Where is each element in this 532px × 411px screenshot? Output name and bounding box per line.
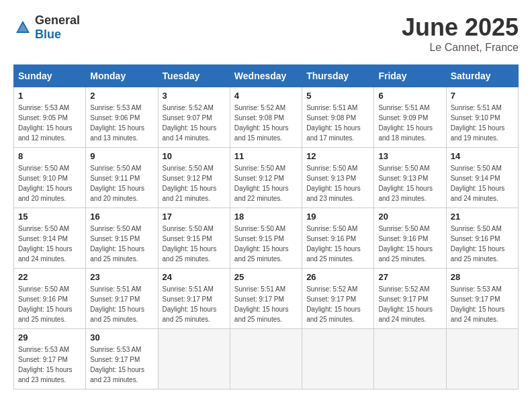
table-row: 26 Sunrise: 5:52 AM Sunset: 9:17 PM Dayl… <box>302 269 374 329</box>
table-row: 6 Sunrise: 5:51 AM Sunset: 9:09 PM Dayli… <box>374 87 446 148</box>
day-number: 16 <box>90 212 153 222</box>
day-info: Sunrise: 5:51 AM Sunset: 9:17 PM Dayligh… <box>234 284 298 324</box>
header-tuesday: Tuesday <box>158 65 230 87</box>
table-row: 11 Sunrise: 5:50 AM Sunset: 9:12 PM Dayl… <box>230 148 302 208</box>
table-row: 24 Sunrise: 5:51 AM Sunset: 9:17 PM Dayl… <box>158 269 230 329</box>
table-row: 7 Sunrise: 5:51 AM Sunset: 9:10 PM Dayli… <box>446 87 518 148</box>
day-info: Sunrise: 5:51 AM Sunset: 9:17 PM Dayligh… <box>90 284 153 324</box>
title-area: June 2025 Le Cannet, France <box>402 13 519 54</box>
table-row: 8 Sunrise: 5:50 AM Sunset: 9:10 PM Dayli… <box>14 148 86 208</box>
day-info: Sunrise: 5:53 AM Sunset: 9:06 PM Dayligh… <box>90 103 153 143</box>
day-info: Sunrise: 5:50 AM Sunset: 9:15 PM Dayligh… <box>163 224 226 264</box>
day-number: 29 <box>18 332 81 342</box>
table-row: 5 Sunrise: 5:51 AM Sunset: 9:08 PM Dayli… <box>302 87 374 148</box>
logo-icon <box>13 18 32 37</box>
day-number: 23 <box>90 272 153 282</box>
table-row: 13 Sunrise: 5:50 AM Sunset: 9:13 PM Dayl… <box>374 148 446 208</box>
empty-cell <box>374 329 446 390</box>
table-row: 28 Sunrise: 5:53 AM Sunset: 9:17 PM Dayl… <box>446 269 518 329</box>
table-row: 19 Sunrise: 5:50 AM Sunset: 9:16 PM Dayl… <box>302 208 374 269</box>
day-info: Sunrise: 5:50 AM Sunset: 9:14 PM Dayligh… <box>18 224 81 264</box>
table-row: 15 Sunrise: 5:50 AM Sunset: 9:14 PM Dayl… <box>14 208 86 269</box>
logo: General Blue <box>13 13 80 42</box>
header-sunday: Sunday <box>14 65 86 87</box>
day-info: Sunrise: 5:50 AM Sunset: 9:16 PM Dayligh… <box>306 224 369 264</box>
day-info: Sunrise: 5:52 AM Sunset: 9:07 PM Dayligh… <box>163 103 226 143</box>
day-number: 30 <box>90 332 153 342</box>
table-row: 16 Sunrise: 5:50 AM Sunset: 9:15 PM Dayl… <box>86 208 158 269</box>
day-number: 6 <box>378 91 441 101</box>
day-number: 5 <box>306 91 369 101</box>
table-row: 27 Sunrise: 5:52 AM Sunset: 9:17 PM Dayl… <box>374 269 446 329</box>
day-info: Sunrise: 5:50 AM Sunset: 9:10 PM Dayligh… <box>18 163 81 203</box>
day-info: Sunrise: 5:52 AM Sunset: 9:17 PM Dayligh… <box>306 284 369 324</box>
calendar-week-row: 8 Sunrise: 5:50 AM Sunset: 9:10 PM Dayli… <box>14 148 519 208</box>
day-info: Sunrise: 5:51 AM Sunset: 9:08 PM Dayligh… <box>306 103 369 143</box>
day-number: 1 <box>18 91 81 101</box>
table-row: 17 Sunrise: 5:50 AM Sunset: 9:15 PM Dayl… <box>158 208 230 269</box>
day-number: 25 <box>234 272 298 282</box>
empty-cell <box>158 329 230 390</box>
day-number: 21 <box>451 212 514 222</box>
calendar-week-row: 15 Sunrise: 5:50 AM Sunset: 9:14 PM Dayl… <box>14 208 519 269</box>
table-row: 12 Sunrise: 5:50 AM Sunset: 9:13 PM Dayl… <box>302 148 374 208</box>
calendar-title: June 2025 <box>402 13 519 42</box>
day-number: 15 <box>18 212 81 222</box>
day-info: Sunrise: 5:50 AM Sunset: 9:15 PM Dayligh… <box>90 224 153 264</box>
logo-general-text: General <box>35 13 80 27</box>
day-info: Sunrise: 5:53 AM Sunset: 9:05 PM Dayligh… <box>18 103 81 143</box>
day-info: Sunrise: 5:50 AM Sunset: 9:13 PM Dayligh… <box>306 163 369 203</box>
day-number: 12 <box>306 151 369 161</box>
table-row: 25 Sunrise: 5:51 AM Sunset: 9:17 PM Dayl… <box>230 269 302 329</box>
empty-cell <box>230 329 302 390</box>
calendar-header-row: Sunday Monday Tuesday Wednesday Thursday… <box>14 65 519 87</box>
day-info: Sunrise: 5:50 AM Sunset: 9:16 PM Dayligh… <box>18 284 81 324</box>
day-info: Sunrise: 5:50 AM Sunset: 9:11 PM Dayligh… <box>90 163 153 203</box>
day-number: 28 <box>451 272 514 282</box>
day-number: 3 <box>163 91 226 101</box>
header-friday: Friday <box>374 65 446 87</box>
day-number: 24 <box>163 272 226 282</box>
day-number: 26 <box>306 272 369 282</box>
day-number: 27 <box>378 272 441 282</box>
day-info: Sunrise: 5:53 AM Sunset: 9:17 PM Dayligh… <box>18 345 81 385</box>
header-saturday: Saturday <box>446 65 518 87</box>
header-thursday: Thursday <box>302 65 374 87</box>
day-info: Sunrise: 5:53 AM Sunset: 9:17 PM Dayligh… <box>451 284 514 324</box>
day-info: Sunrise: 5:51 AM Sunset: 9:17 PM Dayligh… <box>163 284 226 324</box>
day-info: Sunrise: 5:50 AM Sunset: 9:12 PM Dayligh… <box>163 163 226 203</box>
day-info: Sunrise: 5:50 AM Sunset: 9:16 PM Dayligh… <box>378 224 441 264</box>
table-row: 22 Sunrise: 5:50 AM Sunset: 9:16 PM Dayl… <box>14 269 86 329</box>
header-wednesday: Wednesday <box>230 65 302 87</box>
day-info: Sunrise: 5:53 AM Sunset: 9:17 PM Dayligh… <box>90 345 153 385</box>
table-row: 30 Sunrise: 5:53 AM Sunset: 9:17 PM Dayl… <box>86 329 158 390</box>
day-info: Sunrise: 5:52 AM Sunset: 9:17 PM Dayligh… <box>378 284 441 324</box>
day-info: Sunrise: 5:52 AM Sunset: 9:08 PM Dayligh… <box>234 103 298 143</box>
day-number: 4 <box>234 91 298 101</box>
table-row: 20 Sunrise: 5:50 AM Sunset: 9:16 PM Dayl… <box>374 208 446 269</box>
logo-blue-text: Blue <box>35 28 61 41</box>
day-info: Sunrise: 5:50 AM Sunset: 9:15 PM Dayligh… <box>234 224 298 264</box>
day-number: 22 <box>18 272 81 282</box>
table-row: 2 Sunrise: 5:53 AM Sunset: 9:06 PM Dayli… <box>86 87 158 148</box>
day-info: Sunrise: 5:50 AM Sunset: 9:14 PM Dayligh… <box>451 163 514 203</box>
day-number: 11 <box>234 151 298 161</box>
day-info: Sunrise: 5:50 AM Sunset: 9:13 PM Dayligh… <box>378 163 441 203</box>
table-row: 14 Sunrise: 5:50 AM Sunset: 9:14 PM Dayl… <box>446 148 518 208</box>
table-row: 18 Sunrise: 5:50 AM Sunset: 9:15 PM Dayl… <box>230 208 302 269</box>
table-row: 1 Sunrise: 5:53 AM Sunset: 9:05 PM Dayli… <box>14 87 86 148</box>
day-number: 19 <box>306 212 369 222</box>
day-info: Sunrise: 5:51 AM Sunset: 9:10 PM Dayligh… <box>451 103 514 143</box>
table-row: 3 Sunrise: 5:52 AM Sunset: 9:07 PM Dayli… <box>158 87 230 148</box>
table-row: 23 Sunrise: 5:51 AM Sunset: 9:17 PM Dayl… <box>86 269 158 329</box>
calendar-week-row: 29 Sunrise: 5:53 AM Sunset: 9:17 PM Dayl… <box>14 329 519 390</box>
day-number: 18 <box>234 212 298 222</box>
day-info: Sunrise: 5:50 AM Sunset: 9:16 PM Dayligh… <box>451 224 514 264</box>
day-number: 14 <box>451 151 514 161</box>
day-number: 8 <box>18 151 81 161</box>
empty-cell <box>446 329 518 390</box>
calendar-subtitle: Le Cannet, France <box>402 42 519 54</box>
day-info: Sunrise: 5:51 AM Sunset: 9:09 PM Dayligh… <box>378 103 441 143</box>
table-row: 4 Sunrise: 5:52 AM Sunset: 9:08 PM Dayli… <box>230 87 302 148</box>
day-number: 7 <box>451 91 514 101</box>
